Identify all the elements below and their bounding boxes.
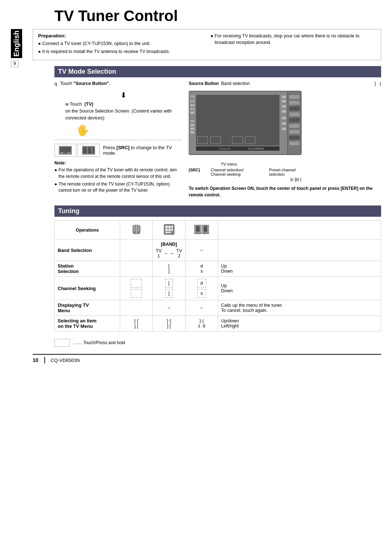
station-touch <box>120 261 153 277</box>
bullet-dot: ● <box>38 49 41 55</box>
device-icon-2 <box>78 144 99 157</box>
svg-text:VOL: VOL <box>191 109 194 110</box>
tuning-table: Operations <box>54 220 381 331</box>
col-touch-header <box>120 221 153 240</box>
svg-rect-6 <box>93 147 94 154</box>
band-selection-row: Band Selection [BAND] TV 1 ←→ TV 2 – <box>55 240 381 261</box>
svg-rect-1 <box>60 147 71 152</box>
tv-menu-row: Displaying TVMenu – – Calls up the menu … <box>55 300 381 316</box>
tv-menu-remote2: – <box>185 300 218 316</box>
footer-dashed-box <box>54 339 70 347</box>
channel-result: UpDown <box>218 277 381 300</box>
svg-rect-4 <box>83 147 87 154</box>
band-result <box>218 240 381 261</box>
svg-text:TA: TA <box>191 100 194 102</box>
col-remote1-header <box>153 221 185 240</box>
bullet-dot: ● <box>38 41 41 47</box>
svg-rect-44 <box>289 124 300 128</box>
film-icon <box>194 224 209 235</box>
channel-remote1-box-2: ] <box>165 289 173 298</box>
svg-rect-55 <box>171 226 173 228</box>
preset-channel-label: Preset channel selection <box>269 168 301 176</box>
svg-rect-39 <box>289 95 300 99</box>
svg-rect-46 <box>289 135 300 140</box>
svg-rect-77 <box>207 226 208 227</box>
svg-rect-69 <box>200 229 201 231</box>
step1-text: Touch "Source Button". <box>60 81 110 86</box>
tv-menu-label-cell: Displaying TVMenu <box>55 300 120 316</box>
tuning-section: Tuning Operations <box>54 205 381 347</box>
step2-num: w <box>65 102 69 107</box>
select-item-label: Selecting an Itemon the TV Menu <box>55 316 120 331</box>
footer-dots-label: …… Touch/Press and hold <box>73 340 125 345</box>
svg-rect-5 <box>88 147 91 154</box>
tv-mode-header: TV Mode Selection <box>54 66 381 77</box>
svg-rect-23 <box>190 131 195 134</box>
svg-text:CQ-VD6503N: CQ-VD6503N <box>248 147 264 150</box>
channel-remote2-box-1: d <box>197 279 206 288</box>
tv-menu-remote1: – <box>153 300 185 316</box>
tv-menu-touch <box>120 300 153 316</box>
svg-rect-41 <box>289 106 300 111</box>
svg-rect-58 <box>171 229 173 231</box>
note-1: ● For the operations of the TV tuner wit… <box>54 167 181 180</box>
svg-text:Panasonic: Panasonic <box>219 147 231 150</box>
channel-remote1: [ ] <box>153 277 185 300</box>
select-item-remote2: } {s d <box>185 316 218 331</box>
svg-rect-79 <box>207 229 208 231</box>
svg-rect-64 <box>195 228 196 229</box>
step1-bold: "Source Button" <box>73 81 109 86</box>
svg-rect-72 <box>203 226 208 232</box>
band-remote1: [BAND] TV 1 ←→ TV 2 <box>153 240 185 261</box>
svg-rect-63 <box>195 226 196 227</box>
arrow-lr: ←→ <box>164 250 174 256</box>
tv-screen-container: SRC TA + VOL - MUTE <box>189 87 381 182</box>
svg-rect-43 <box>289 118 300 122</box>
bracket-right: } { <box>375 81 381 86</box>
select-item-row: Selecting an Itemon the TV Menu } {] [ }… <box>55 316 381 331</box>
brackets-label: [s ][d ] <box>189 177 301 182</box>
step2-sub: on the Source Selection Screen. (Content… <box>65 109 172 121</box>
svg-rect-76 <box>203 231 204 232</box>
prep-bullet-3: ● For receiving TV broadcasts, stop your… <box>211 33 376 46</box>
svg-rect-57 <box>168 229 171 231</box>
page-number-box: 9 <box>11 60 19 67</box>
preparation-box: Preparation: ● Connect a TV tuner (CY-TU… <box>33 29 381 60</box>
footer-divider <box>44 357 45 363</box>
svg-rect-60 <box>168 232 171 233</box>
note-section: Note: ● For the operations of the TV tun… <box>54 160 181 194</box>
note-2: ● The remote control of the TV tuner (CY… <box>54 181 181 194</box>
note-bullet-2: ● <box>54 181 57 194</box>
tv-mode-body: q Touch "Source Button". ⬇ w Touch (TV) … <box>54 81 381 198</box>
svg-rect-62 <box>195 226 200 232</box>
svg-rect-74 <box>203 228 204 229</box>
prep-title: Preparation: <box>38 33 203 38</box>
tv-screen-svg: SRC TA + VOL - MUTE <box>189 87 312 160</box>
channel-selection-label: Channel selection/ Channel seeking <box>211 168 258 176</box>
ops-label: Operations <box>55 221 120 240</box>
svg-rect-28 <box>282 117 286 119</box>
remote-grid-icon <box>163 223 176 236</box>
page-footer: 10 CQ-VD6503N <box>33 354 381 363</box>
touch-arrow: ⬇ <box>65 91 181 99</box>
svg-rect-65 <box>195 229 196 231</box>
footer-legend: …… Touch/Press and hold <box>54 339 381 347</box>
band-tv-row: TV 1 ←→ TV 2 <box>156 248 182 258</box>
touch-icon <box>130 223 143 236</box>
prep-left: Preparation: ● Connect a TV tuner (CY-TU… <box>38 33 203 56</box>
device-icon-1 <box>54 144 76 157</box>
prep-bullet-1: ● Connect a TV tuner (CY-TUP153N, option… <box>38 41 203 47</box>
note-bullet: ● <box>54 167 57 180</box>
src-label: [SRC] <box>189 168 200 176</box>
page-title: TV Tuner Control <box>54 7 381 25</box>
channel-remote2: d s <box>185 277 218 300</box>
svg-rect-47 <box>289 141 300 146</box>
tv-screen-labels: Source Button Band selection } { <box>189 81 381 86</box>
step1: q Touch "Source Button". <box>54 81 181 86</box>
svg-rect-78 <box>207 228 208 229</box>
svg-text:SRC: SRC <box>191 96 195 98</box>
step2-content: w Touch (TV) on the Source Selection Scr… <box>65 101 181 121</box>
band-remote2: – <box>185 240 218 261</box>
tv1-label: TV 1 <box>156 248 162 258</box>
svg-rect-54 <box>168 226 171 228</box>
